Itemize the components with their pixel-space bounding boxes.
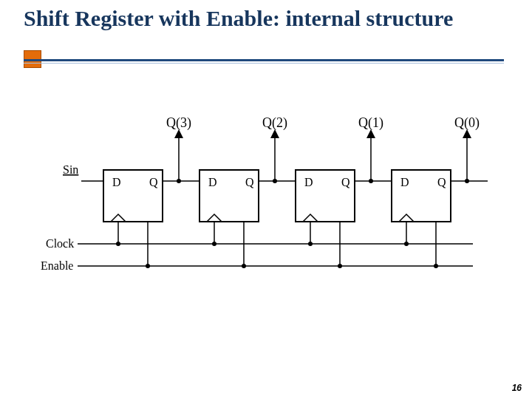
output-q3-label: Q(3) — [166, 115, 191, 131]
ff2-d-label: D — [304, 176, 313, 188]
ff1-d-label: D — [208, 176, 217, 188]
signal-clock-label: Clock — [46, 237, 74, 250]
flipflop-0: D Q — [103, 170, 163, 222]
ff2-q-label: Q — [341, 176, 350, 188]
svg-point-15 — [404, 242, 409, 246]
ff3-d-label: D — [400, 176, 409, 188]
ff0-q-label: Q — [149, 176, 158, 188]
circuit-diagram: D Q D Q D Q D Q Sin — [0, 0, 532, 399]
svg-point-17 — [146, 264, 150, 268]
ff3-q-label: Q — [437, 176, 446, 188]
page-number: 16 — [512, 383, 522, 393]
flipflop-2: D Q — [296, 170, 355, 222]
output-q1-label: Q(1) — [358, 115, 383, 131]
svg-point-9 — [116, 242, 120, 246]
ff0-d-label: D — [112, 176, 121, 188]
flipflop-1: D Q — [200, 170, 259, 222]
signal-enable-label: Enable — [41, 259, 73, 272]
svg-point-23 — [434, 264, 438, 268]
ff1-q-label: Q — [245, 176, 254, 188]
output-q0-label: Q(0) — [454, 115, 480, 131]
svg-point-11 — [212, 242, 216, 246]
svg-point-13 — [308, 242, 313, 246]
signal-sin-label: Sin — [63, 163, 78, 176]
slide: Shift Register with Enable: internal str… — [0, 0, 532, 399]
svg-point-21 — [338, 264, 342, 268]
svg-point-19 — [242, 264, 246, 268]
flipflop-3: D Q — [392, 170, 451, 222]
output-q2-label: Q(2) — [262, 115, 287, 131]
